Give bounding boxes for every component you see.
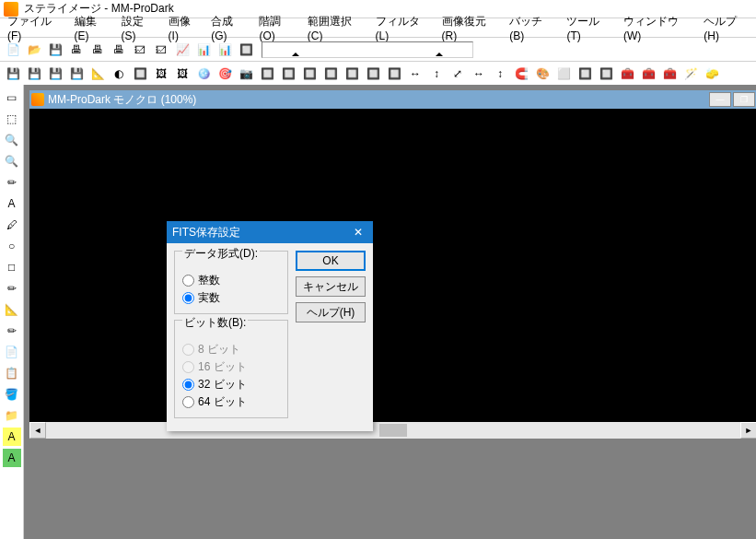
radio-64bit-input[interactable] [182,396,194,408]
toolbar1-btn-6[interactable]: 🗠 [131,41,149,59]
toolbar1-btn-4[interactable]: 🖶 [88,41,107,59]
toolbar1-btn-10[interactable]: 📊 [215,41,234,59]
toolbar1-btn-7[interactable]: 🗠 [152,41,170,59]
toolbar2-btn-14[interactable]: 🔲 [300,64,319,83]
side-tool-7[interactable]: ○ [3,237,21,255]
side-tool-5[interactable]: A [3,194,21,213]
side-tool-1[interactable]: ⬚ [3,110,21,128]
menu-filter[interactable]: フィルタ(L) [370,12,435,44]
side-tool-9[interactable]: ✏ [3,279,21,298]
menu-edit[interactable]: 編集(E) [69,12,114,44]
menu-file[interactable]: ファイル(F) [2,12,67,44]
scroll-left-arrow[interactable]: ◄ [29,422,46,439]
ruler-marker-right[interactable] [436,49,443,56]
side-tool-17[interactable]: A [3,449,21,467]
side-tool-6[interactable]: 🖊 [3,216,21,234]
toolbar2-btn-2[interactable]: 💾 [46,64,64,83]
ruler-marker-left[interactable] [292,49,299,56]
side-tool-2[interactable]: 🔍 [3,131,21,149]
toolbar2-btn-18[interactable]: 🔲 [385,64,403,83]
menu-batch[interactable]: バッチ(B) [504,12,559,44]
toolbar2-btn-1[interactable]: 💾 [25,64,43,83]
side-tool-3[interactable]: 🔍 [3,152,21,170]
radio-integer[interactable]: 整数 [182,273,280,288]
toolbar2-btn-25[interactable]: 🎨 [533,64,552,83]
menu-image[interactable]: 画像(I) [163,12,204,44]
side-tool-15[interactable]: 📁 [3,406,21,425]
toolbar2-btn-3[interactable]: 💾 [67,64,86,83]
cancel-button[interactable]: キャンセル [296,276,366,297]
toolbar2-btn-23[interactable]: ↕ [491,64,509,83]
toolbar1-btn-5[interactable]: 🖶 [110,41,128,59]
side-tool-4[interactable]: ✏ [3,173,21,192]
radio-64bit[interactable]: 64 ビット [182,394,280,410]
toolbar2-btn-9[interactable]: 🪩 [194,64,213,83]
menu-selection[interactable]: 範囲選択(C) [302,12,368,44]
help-button[interactable]: ヘルプ(H) [296,302,366,322]
scrollbar-horizontal[interactable]: ◄ ► [29,422,756,439]
toolbar2-btn-12[interactable]: 🔲 [258,64,276,83]
toolbar2-btn-5[interactable]: ◐ [110,64,128,83]
scroll-track[interactable] [46,424,740,437]
radio-real-input[interactable] [182,292,194,304]
menu-composite[interactable]: 合成(G) [205,12,251,44]
side-tool-16[interactable]: A [3,428,21,446]
toolbar1-btn-2[interactable]: 💾 [46,41,64,59]
dialog-titlebar[interactable]: FITS保存設定 ✕ [167,221,373,243]
menu-restore[interactable]: 画像復元(R) [436,12,503,44]
radio-32bit-input[interactable] [182,379,194,391]
toolbar2-btn-27[interactable]: 🔲 [576,64,594,83]
document-titlebar[interactable]: MM-ProDark モノクロ (100%) — ❐ [29,90,756,109]
toolbar2-btn-31[interactable]: 🧰 [660,64,679,83]
side-tool-0[interactable]: ▭ [3,88,21,107]
toolbar2-btn-19[interactable]: ↔ [406,64,425,83]
scroll-thumb[interactable] [379,424,407,437]
toolbar2-btn-32[interactable]: 🪄 [681,64,700,83]
scroll-right-arrow[interactable]: ► [740,422,756,439]
side-tool-13[interactable]: 📋 [3,364,21,382]
toolbar1-btn-9[interactable]: 📊 [194,41,213,59]
radio-32bit[interactable]: 32 ビット [182,377,280,393]
toolbar2-btn-7[interactable]: 🖼 [152,64,170,83]
menu-tools[interactable]: ツール(T) [561,12,615,44]
radio-real[interactable]: 実数 [182,290,280,306]
side-tool-14[interactable]: 🪣 [3,385,21,404]
toolbar2-btn-15[interactable]: 🔲 [321,64,340,83]
ok-button[interactable]: OK [296,251,366,271]
menu-settings[interactable]: 設定(S) [116,12,161,44]
side-tool-12[interactable]: 📄 [3,343,21,361]
maximize-button[interactable]: ❐ [733,92,755,107]
toolbar1-btn-8[interactable]: 📈 [173,41,192,59]
image-canvas[interactable] [29,109,756,422]
toolbar1-btn-1[interactable]: 📂 [25,41,43,59]
toolbar2-btn-29[interactable]: 🧰 [618,64,636,83]
menu-help[interactable]: ヘルプ(H) [698,12,754,44]
toolbar2-btn-8[interactable]: 🖼 [173,64,192,83]
toolbar2-btn-6[interactable]: 🔲 [131,64,149,83]
side-tool-11[interactable]: ✏ [3,322,21,340]
toolbar2-btn-16[interactable]: 🔲 [343,64,361,83]
toolbar2-btn-4[interactable]: 📐 [88,64,107,83]
toolbar1-btn-11[interactable]: 🔲 [237,41,255,59]
histogram-ruler[interactable] [262,41,473,58]
dialog-close-icon[interactable]: ✕ [349,226,367,239]
toolbar1-btn-3[interactable]: 🖶 [67,41,86,59]
side-tool-8[interactable]: □ [3,258,21,276]
toolbar2-btn-10[interactable]: 🎯 [215,64,234,83]
side-tool-10[interactable]: 📐 [3,300,21,319]
menu-tone[interactable]: 階調(O) [253,12,299,44]
toolbar2-btn-20[interactable]: ↕ [427,64,446,83]
toolbar2-btn-33[interactable]: 🧽 [703,64,721,83]
toolbar2-btn-24[interactable]: 🧲 [512,64,530,83]
menu-window[interactable]: ウィンドウ(W) [618,12,696,44]
toolbar2-btn-13[interactable]: 🔲 [279,64,297,83]
toolbar2-btn-17[interactable]: 🔲 [364,64,382,83]
toolbar1-btn-0[interactable]: 📄 [4,41,22,59]
toolbar2-btn-28[interactable]: 🔲 [597,64,615,83]
toolbar2-btn-0[interactable]: 💾 [4,64,22,83]
toolbar2-btn-30[interactable]: 🧰 [639,64,657,83]
toolbar2-btn-22[interactable]: ↔ [470,64,488,83]
minimize-button[interactable]: — [709,92,731,107]
toolbar2-btn-11[interactable]: 📷 [237,64,255,83]
radio-integer-input[interactable] [182,275,194,287]
